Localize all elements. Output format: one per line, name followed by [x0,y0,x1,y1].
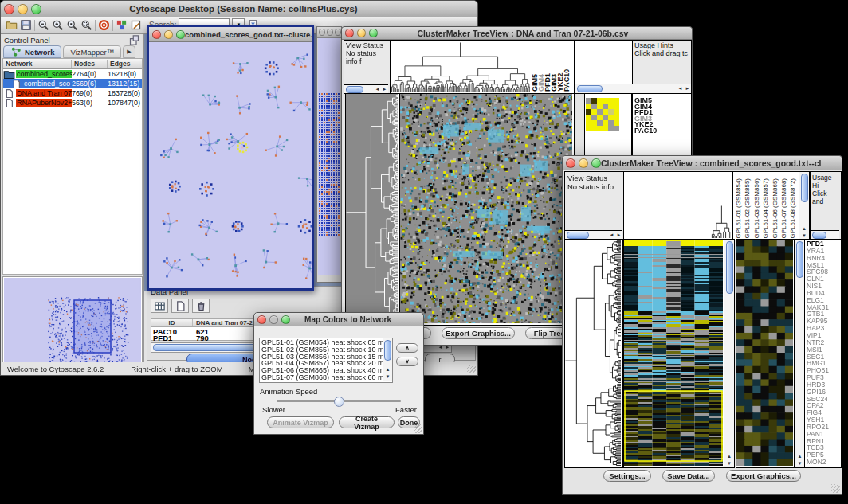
create-vizmap-button[interactable]: Create Vizmap [339,416,395,428]
network-row[interactable]: DNA and Tran 07 769(0) 183728(0) [3,88,142,98]
scroll-left-arrow[interactable]: ◄ [374,86,381,93]
column-label[interactable]: GPL51-07 (GSM868) [779,178,788,239]
tv2-collabel-vscrollbar[interactable]: ▲ ▼ [799,171,810,240]
global-heatmap[interactable] [400,94,572,323]
birdseye-view[interactable] [4,278,141,367]
global-heatmap[interactable] [624,240,723,466]
scroll-down-arrow[interactable]: ▼ [726,460,733,467]
attribute-select-icon[interactable] [151,299,168,313]
gene-label[interactable]: MON2 [807,459,841,466]
scroll-right-arrow[interactable]: ► [381,86,388,93]
zoom-button[interactable] [176,30,185,39]
zoom-button[interactable] [591,158,601,168]
minimize-button[interactable] [357,29,366,37]
scroll-up-arrow[interactable]: ▲ [726,453,733,460]
column-label[interactable]: GPL51-02 (GSM855) [743,178,752,239]
column-label[interactable]: GIM5 [532,74,538,92]
zoom-button[interactable] [369,29,378,37]
zoom-button[interactable] [281,315,290,324]
tv1-status-hscrollbar[interactable]: ◄ ► [344,84,388,93]
close-button[interactable] [319,29,325,36]
main-resize-grip[interactable] [467,365,476,373]
scroll-down-arrow[interactable]: ▼ [796,460,803,467]
close-button[interactable] [152,30,161,39]
scroll-left-arrow[interactable]: ◄ [677,85,684,92]
tab-vizmapper[interactable]: VizMapper™ [63,45,121,58]
tv2-resize-grip[interactable] [831,484,840,493]
minimize-button[interactable] [164,30,173,39]
zoom-button[interactable] [31,4,41,14]
attribute-item[interactable]: GPL51-07 (GSM868) heat shock 60 min [261,374,392,381]
network-row[interactable]: combined_scores 2764(0) 16218(0) [3,69,142,79]
scroll-left-arrow[interactable]: ◄ [608,232,615,239]
row-dendrogram[interactable] [565,240,621,466]
tab-network[interactable]: Network [3,45,61,58]
help-icon[interactable] [98,19,110,31]
minimize-button[interactable] [327,29,333,36]
col-header-edges[interactable]: Edges [108,60,143,68]
column-dendrogram[interactable] [624,172,732,238]
treeview2-titlebar[interactable]: ClusterMaker TreeView : combined_scores_… [563,156,842,170]
scroll-up-arrow[interactable]: ▲ [384,366,391,373]
vizmapper-icon[interactable] [116,19,128,31]
zoom-in-icon[interactable] [52,19,64,31]
column-label[interactable]: YKE2 [557,72,563,92]
column-label[interactable]: GPL51-06 (GSM865) [771,178,779,239]
scroll-right-arrow[interactable]: ► [615,232,622,239]
close-button[interactable] [257,315,266,324]
network-row[interactable]: RNAPuberNov2+ 563(0) 107847(0) [3,98,142,107]
zoom-heatmap[interactable] [586,98,619,131]
column-label[interactable]: GPL51-04 (GSM857) [761,178,770,239]
minimize-button[interactable] [18,4,28,14]
move-up-button[interactable]: ∧ [396,343,418,353]
close-button[interactable] [566,158,575,168]
column-label[interactable]: GPL51-03 (GSM856) [752,178,761,239]
col-header-nodes[interactable]: Nodes [72,60,108,68]
scroll-right-arrow[interactable]: ► [684,85,691,92]
delete-attribute-icon[interactable] [192,299,210,313]
zoom-button[interactable] [335,29,341,36]
scroll-up-arrow[interactable]: ▲ [801,225,808,232]
settings-button[interactable]: Settings... [603,470,651,482]
col-header-network[interactable]: Network [3,60,72,68]
attribute-vscrollbar[interactable]: ▲ ▼ [383,338,392,381]
column-label[interactable]: GIM3 [551,74,557,92]
minimize-button[interactable] [579,158,588,168]
gene-label[interactable]: PAC10 [634,128,691,135]
move-down-button[interactable]: ∨ [396,357,418,366]
column-label[interactable]: PFD1 [544,73,551,92]
column-label[interactable]: GIM4 [538,74,544,92]
dense-network-canvas[interactable] [318,92,340,237]
export-graphics-button[interactable]: Export Graphics... [726,470,801,482]
speed-slider-thumb[interactable] [334,397,344,407]
save-session-icon[interactable] [20,19,32,31]
network-view-titlebar[interactable]: combined_scores_good.txt--cluste... [149,27,312,42]
zoom-out-icon[interactable] [37,19,49,31]
zoom-heatmap[interactable] [736,240,793,466]
save-data-button[interactable]: Save Data... [662,470,715,482]
column-label[interactable]: PAC10 [563,69,570,92]
main-titlebar[interactable]: Cytoscape Desktop (Session Name: collins… [1,1,477,18]
annotation-icon[interactable] [130,19,142,31]
minimize-button[interactable] [269,315,278,324]
column-dendrogram[interactable] [391,41,530,92]
tv2-heatmap-vscrollbar[interactable]: ▲ ▼ [724,239,735,468]
close-button[interactable] [345,29,354,37]
network-canvas[interactable] [149,42,312,286]
scroll-down-arrow[interactable]: ▼ [384,373,391,381]
open-session-icon[interactable] [6,19,18,31]
dialog-resize-grip[interactable] [414,424,422,433]
column-label[interactable]: GPL51-01 (GSM854) [734,178,743,239]
tab-overflow-arrow[interactable]: ▶ [123,45,135,58]
scroll-up-arrow[interactable]: ▲ [796,453,803,460]
zoom-actual-icon[interactable] [66,19,78,31]
dp-col-id[interactable]: ID [151,319,193,326]
treeview1-titlebar[interactable]: ClusterMaker TreeView : DNA and Tran 07-… [342,27,692,40]
new-attribute-icon[interactable] [171,299,189,313]
row-dendrogram[interactable] [346,94,398,323]
dialog-titlebar[interactable]: Map Colors to Network [254,313,423,326]
animate-vizmap-button[interactable]: Animate Vizmap [267,416,334,428]
float-panel-icon[interactable] [128,34,140,46]
close-button[interactable] [4,4,14,14]
export-graphics-button[interactable]: Export Graphics... [442,327,515,339]
